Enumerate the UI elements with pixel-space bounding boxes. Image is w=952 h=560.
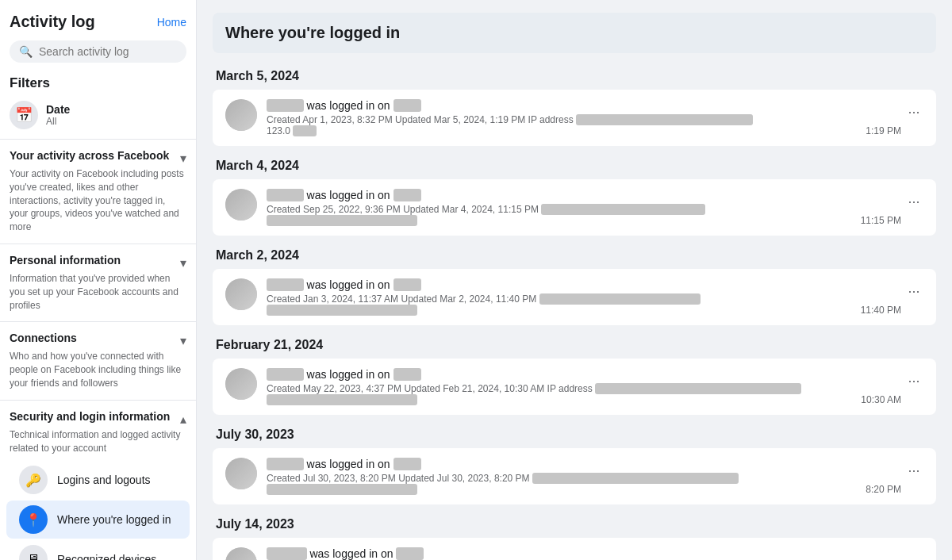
date-label-jul30: July 30, 2023 [213,421,936,448]
log-info-mar2: was logged in on Created Jan 3, 2024, 11… [267,278,923,316]
date-label-mar5: March 5, 2024 [213,63,936,90]
date-label-mar4: March 4, 2024 [213,152,936,179]
search-icon: 🔍 [19,45,33,58]
logins-logouts-label: Logins and logouts [57,474,151,486]
avatar-jul14 [225,547,257,560]
divider-1 [0,139,196,140]
date-label-mar2: March 2, 2024 [213,242,936,269]
section-connections-name: Connections [10,332,77,344]
sidebar-header: Activity log Home [0,10,196,37]
more-button-feb21[interactable]: ··· [901,368,927,393]
section-personal-info[interactable]: Personal information ▾ Information that … [0,249,196,316]
more-button-jul30[interactable]: ··· [901,458,927,483]
blurred-device-jul14 [396,547,424,560]
log-action-mar4: was logged in on [307,189,393,201]
main-content: Where you're logged in March 5, 2024 was… [197,0,952,560]
section-your-activity-desc: Your activity on Facebook including post… [10,167,186,234]
updated-mar2: Updated Mar 2, 2024, 11:40 PM [401,293,536,305]
log-main-text-mar4: was logged in on [267,189,923,201]
date-section-mar2: March 2, 2024 was logged in on Created J… [213,242,936,325]
main-header: Where you're logged in [213,13,936,53]
blurred-name-jul14 [267,547,307,560]
log-info-mar5: was logged in on Created Apr 1, 2023, 8:… [267,99,923,136]
chevron-down-icon-3: ▾ [180,333,186,348]
blurred-ip2-mar5 [293,125,317,136]
created-jul30: Created Jul 30, 2023, 8:20 PM [267,473,396,484]
search-bar[interactable]: 🔍 [10,40,186,63]
date-section-jul14: July 14, 2023 was logged in on Created J… [213,511,936,560]
updated-mar5: Updated Mar 5, 2024, 1:19 PM [395,114,525,125]
section-connections[interactable]: Connections ▾ Who and how you've connect… [0,327,196,394]
blurred-name-jul30 [267,458,304,470]
sidebar-item-where-logged-in[interactable]: 📍 Where you're logged in [6,501,190,539]
log-meta-mar4: Created Sep 25, 2022, 9:36 PM Updated Ma… [267,204,923,226]
log-time-jul30: 8:20 PM [866,484,901,495]
sidebar-item-recognized-devices[interactable]: 🖥 Recognized devices [6,540,190,560]
blurred-device-mar5 [393,99,421,112]
date-section-mar5: March 5, 2024 was logged in on Created A… [213,63,936,146]
log-action-feb21: was logged in on [307,368,393,381]
log-card-feb21: was logged in on Created May 22, 2023, 4… [213,359,936,415]
date-label-jul14: July 14, 2023 [213,511,936,538]
blurred-meta-jul30 [532,473,739,484]
log-meta-feb21: Created May 22, 2023, 4:37 PM Updated Fe… [267,383,923,405]
sidebar-item-logins-logouts[interactable]: 🔑 Logins and logouts [6,461,190,499]
avatar-mar5 [225,99,257,131]
main-title: Where you're logged in [225,24,400,41]
date-filter-name: Date [46,103,70,116]
log-action-mar5: was logged in on [307,99,393,112]
log-info-jul30: was logged in on Created Jul 30, 2023, 8… [267,458,923,495]
log-info-jul14: was logged in on Created Jul 14, 2023, 1… [267,547,923,560]
section-your-activity-name: Your activity across Facebook [10,149,169,162]
log-time-mar2: 11:40 PM [861,305,901,316]
log-card-mar2: was logged in on Created Jan 3, 2024, 11… [213,269,936,325]
avatar-mar2 [225,278,257,310]
sidebar: Activity log Home 🔍 Filters 📅 Date All Y… [0,0,197,560]
section-your-activity[interactable]: Your activity across Facebook ▾ Your act… [0,144,196,239]
more-button-mar2[interactable]: ··· [901,278,927,304]
section-personal-info-name: Personal information [10,254,121,267]
blurred-name-mar4 [267,189,304,201]
log-meta-mar5: Created Apr 1, 2023, 8:32 PM Updated Mar… [267,114,923,136]
recognized-devices-label: Recognized devices [57,553,156,560]
created-feb21: Created May 22, 2023, 4:37 PM [267,383,401,394]
log-action-jul30: was logged in on [307,458,393,470]
created-mar2: Created Jan 3, 2024, 11:37 AM [267,293,398,305]
avatar-mar4 [225,189,257,221]
created-mar5: Created Apr 1, 2023, 8:32 PM [267,114,393,125]
log-card-mar4: was logged in on Created Sep 25, 2022, 9… [213,179,936,236]
blurred-meta2-feb21 [267,394,417,405]
log-action-mar2: was logged in on [307,278,393,291]
updated-feb21: Updated Feb 21, 2024, 10:30 AM [404,383,544,394]
blurred-meta-mar4 [541,204,705,215]
divider-4 [0,400,196,401]
updated-jul30: Updated Jul 30, 2023, 8:20 PM [398,473,529,484]
log-card-mar5: was logged in on Created Apr 1, 2023, 8:… [213,90,936,146]
home-link[interactable]: Home [157,16,186,29]
search-input[interactable] [39,45,177,58]
log-info-mar4: was logged in on Created Sep 25, 2022, 9… [267,189,923,226]
blurred-device-jul30 [393,458,421,470]
log-time-feb21: 10:30 AM [861,394,901,405]
log-action-jul14: was logged in on [309,547,396,560]
date-filter-sub: All [46,116,70,127]
section-security-login[interactable]: Security and login information ▴ Technic… [0,405,196,460]
chevron-down-icon: ▾ [180,151,186,166]
more-button-mar4[interactable]: ··· [901,189,927,214]
date-filter[interactable]: 📅 Date All [0,96,196,134]
section-connections-desc: Who and how you've connected with people… [10,350,186,389]
section-security-login-desc: Technical information and logged activit… [10,428,186,455]
date-filter-text: Date All [46,103,70,127]
more-button-mar5[interactable]: ··· [901,99,927,125]
chevron-down-icon-2: ▾ [180,255,186,270]
section-personal-info-desc: Information that you've provided when yo… [10,272,186,312]
section-security-login-name: Security and login information [10,410,170,423]
blurred-meta-mar2 [539,293,701,305]
log-main-text-jul14: was logged in on [267,547,923,560]
avatar-feb21 [225,368,257,400]
ip-mar5: IP address [528,114,574,125]
blurred-name-feb21 [267,368,304,381]
key-icon: 🔑 [19,466,48,494]
filters-label: Filters [0,71,196,96]
location-icon: 📍 [19,505,48,534]
